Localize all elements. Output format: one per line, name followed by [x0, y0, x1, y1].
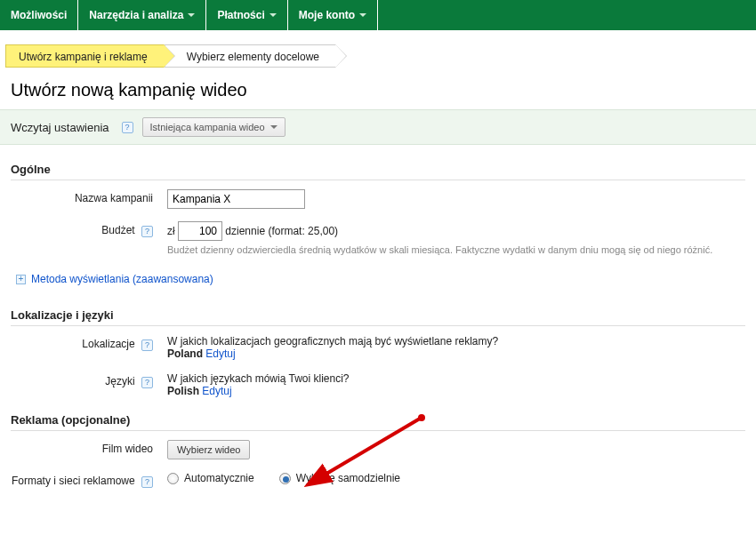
budget-suffix: dziennie (format: 25,00) — [225, 225, 338, 237]
formats-auto-label: Automatycznie — [184, 472, 254, 484]
campaign-name-input[interactable] — [167, 189, 305, 209]
wizard-step-label: Wybierz elementy docelowe — [187, 51, 319, 63]
locations-value: Poland — [167, 347, 203, 360]
nav-account[interactable]: Moje konto — [288, 0, 378, 30]
load-settings-label: Wczytaj ustawienia — [11, 121, 109, 134]
row-budget: Budżet ? zł dziennie (format: 25,00) Bud… — [11, 221, 745, 255]
form-content: Ogólne Nazwa kampanii Budżet ? zł dzienn… — [0, 145, 756, 518]
page-title: Utwórz nową kampanię wideo — [11, 80, 756, 100]
radio-icon — [279, 473, 291, 484]
nav-billing[interactable]: Płatności — [206, 0, 287, 30]
existing-campaign-dropdown[interactable]: Istniejąca kampania wideo — [142, 117, 286, 137]
wizard-step-label: Utwórz kampanię i reklamę — [19, 51, 148, 63]
formats-manual-label: Wybiorę samodzielnie — [296, 472, 400, 484]
budget-input[interactable] — [178, 221, 222, 241]
row-languages: Języki ? W jakich językach mówią Twoi kl… — [11, 372, 745, 397]
row-locations: Lokalizacje ? W jakich lokalizacjach geo… — [11, 335, 745, 360]
locations-label: Lokalizacje — [82, 338, 134, 350]
budget-hint: Budżet dzienny odzwierciedla średnią wyd… — [167, 244, 745, 255]
section-general: Ogólne — [11, 163, 745, 180]
languages-question: W jakich językach mówią Twoi klienci? — [167, 372, 745, 385]
locations-question: W jakich lokalizacjach geograficznych ma… — [167, 335, 745, 347]
radio-icon — [167, 473, 179, 484]
help-icon[interactable]: ? — [141, 226, 153, 237]
help-icon[interactable]: ? — [122, 122, 133, 133]
chevron-down-icon — [270, 125, 277, 129]
nav-label: Narzędzia i analiza — [89, 9, 183, 21]
top-nav: Możliwości Narzędzia i analiza Płatności… — [0, 0, 756, 30]
delivery-method-label: Metoda wyświetlania (zaawansowana) — [31, 273, 213, 285]
campaign-name-label: Nazwa kampanii — [11, 189, 167, 204]
choose-video-button[interactable]: Wybierz wideo — [167, 440, 250, 459]
currency-label: zł — [167, 225, 175, 237]
languages-value: Polish — [167, 385, 199, 397]
chevron-down-icon — [188, 13, 195, 17]
formats-label: Formaty i sieci reklamowe — [12, 475, 135, 487]
row-video: Film wideo Wybierz wideo — [11, 440, 745, 459]
wizard-step-targeting[interactable]: Wybierz elementy docelowe — [165, 44, 336, 68]
chevron-down-icon — [269, 13, 277, 17]
nav-label: Płatności — [217, 9, 264, 21]
row-campaign-name: Nazwa kampanii — [11, 189, 745, 209]
nav-label: Możliwości — [11, 9, 67, 21]
help-icon[interactable]: ? — [141, 377, 153, 388]
video-label: Film wideo — [11, 440, 167, 455]
delivery-method-expander[interactable]: + Metoda wyświetlania (zaawansowana) — [16, 273, 213, 285]
languages-label: Języki — [105, 375, 134, 387]
chevron-down-icon — [359, 13, 366, 17]
row-formats: Formaty i sieci reklamowe ? Automatyczni… — [11, 472, 745, 488]
locations-edit-link[interactable]: Edytuj — [205, 347, 235, 360]
plus-icon: + — [16, 275, 26, 284]
languages-edit-link[interactable]: Edytuj — [202, 385, 231, 397]
wizard-steps: Utwórz kampanię i reklamę Wybierz elemen… — [5, 44, 756, 68]
help-icon[interactable]: ? — [141, 476, 153, 488]
help-icon[interactable]: ? — [141, 339, 153, 351]
budget-label: Budżet — [101, 224, 134, 236]
wizard-step-create[interactable]: Utwórz kampanię i reklamę — [5, 44, 165, 68]
dropdown-label: Istniejąca kampania wideo — [150, 122, 265, 132]
section-ad: Reklama (opcjonalne) — [11, 413, 745, 431]
nav-label: Moje konto — [299, 9, 355, 21]
formats-auto-option[interactable]: Automatycznie — [167, 472, 254, 484]
load-settings-bar: Wczytaj ustawienia ? Istniejąca kampania… — [0, 109, 756, 145]
formats-manual-option[interactable]: Wybiorę samodzielnie — [279, 472, 400, 484]
nav-opportunities[interactable]: Możliwości — [0, 0, 78, 30]
section-locations: Lokalizacje i języki — [11, 308, 745, 326]
nav-tools[interactable]: Narzędzia i analiza — [78, 0, 206, 30]
